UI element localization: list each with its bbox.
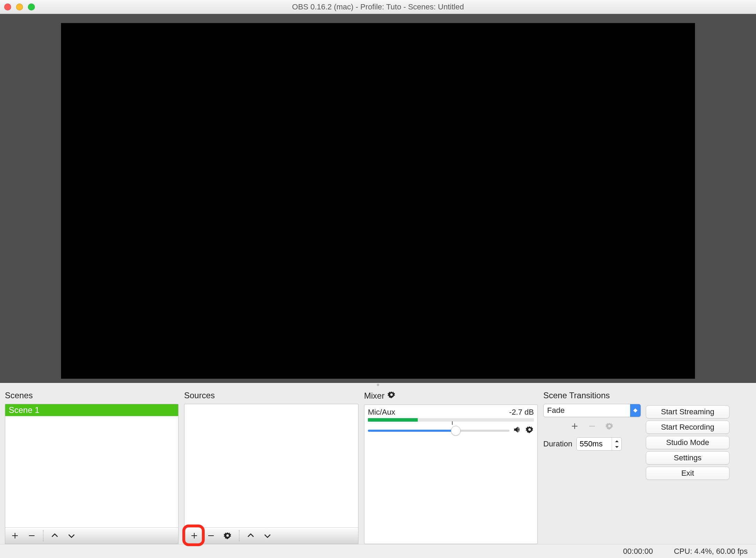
move-source-down-button[interactable] [260,529,274,543]
duration-step-down[interactable] [612,444,621,450]
move-scene-down-button[interactable] [65,529,78,543]
mixer-channel-name: Mic/Aux [368,408,395,417]
separator [239,530,240,541]
add-source-button[interactable] [187,529,201,543]
duration-step-up[interactable] [612,438,621,444]
scenes-panel: Scenes Scene 1 [5,389,179,544]
channel-settings-icon[interactable] [526,425,534,436]
settings-button[interactable]: Settings [646,451,729,465]
close-window-icon[interactable] [4,3,11,10]
sources-list[interactable] [184,404,358,528]
duration-label: Duration [543,439,572,448]
window-controls [4,3,35,10]
vu-meter [368,418,534,422]
status-time: 00:00:00 [623,547,653,556]
zoom-window-icon[interactable] [28,3,35,10]
mixer-box: Mic/Aux -2.7 dB [364,405,538,544]
status-bar: 00:00:00 CPU: 4.4%, 60.00 fps [0,544,756,558]
remove-source-button[interactable] [204,529,218,543]
scene-item[interactable]: Scene 1 [5,404,178,416]
title-bar: OBS 0.16.2 (mac) - Profile: Tuto - Scene… [0,0,756,14]
scenes-toolbar [5,527,179,544]
duration-input[interactable] [577,438,612,450]
separator [43,530,44,541]
scenes-list[interactable]: Scene 1 [5,404,179,528]
mixer-channel-level: -2.7 dB [509,408,534,417]
start-streaming-button[interactable]: Start Streaming [646,405,729,418]
remove-transition-button[interactable] [588,422,596,432]
control-buttons: Start Streaming Start Recording Studio M… [646,389,729,544]
resize-grip-icon[interactable]: ● [0,383,756,387]
add-transition-button[interactable] [570,422,579,432]
source-properties-button[interactable] [221,529,235,543]
preview-area [0,14,756,383]
transitions-panel: Scene Transitions Fade Duration [543,389,641,544]
transitions-title: Scene Transitions [543,389,641,404]
select-caret-icon [630,404,641,417]
scenes-title: Scenes [5,389,179,404]
transition-selected: Fade [544,406,630,415]
remove-scene-button[interactable] [25,529,39,543]
speaker-icon[interactable] [513,425,522,436]
status-cpu: CPU: 4.4%, 60.00 fps [674,547,748,556]
start-recording-button[interactable]: Start Recording [646,421,729,434]
mixer-title: Mixer [364,389,538,405]
exit-button[interactable]: Exit [646,467,729,480]
volume-slider[interactable] [368,430,509,432]
mixer-settings-icon[interactable] [387,391,396,401]
video-preview[interactable] [61,23,695,379]
move-source-up-button[interactable] [244,529,258,543]
duration-spinbox[interactable] [576,437,622,451]
sources-toolbar [184,527,358,544]
move-scene-up-button[interactable] [48,529,62,543]
sources-panel: Sources [184,389,358,544]
sources-title: Sources [184,389,358,404]
transition-settings-icon[interactable] [605,422,614,432]
add-scene-button[interactable] [8,529,22,543]
studio-mode-button[interactable]: Studio Mode [646,436,729,449]
transition-select[interactable]: Fade [543,404,641,417]
mixer-title-label: Mixer [364,391,385,401]
mixer-panel: Mixer Mic/Aux -2.7 dB [364,389,538,544]
minimize-window-icon[interactable] [16,3,23,10]
window-title: OBS 0.16.2 (mac) - Profile: Tuto - Scene… [0,2,756,12]
